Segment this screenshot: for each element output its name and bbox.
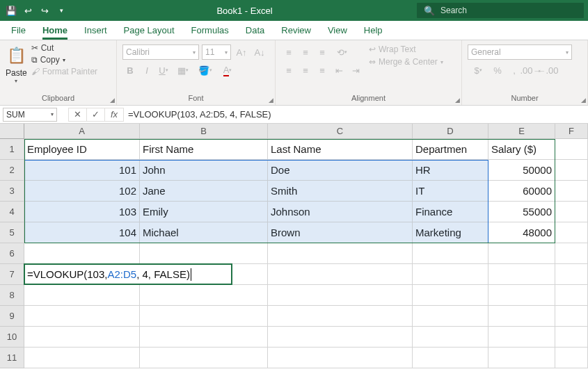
cell-E10[interactable] <box>488 327 555 348</box>
merge-center-button[interactable]: ⇔Merge & Center ▾ <box>369 57 443 67</box>
italic-button[interactable]: I <box>139 63 154 78</box>
row-header-8[interactable]: 8 <box>0 285 24 306</box>
cell-C5[interactable]: Brown <box>268 222 413 243</box>
font-launcher-icon[interactable]: ◢ <box>269 97 273 104</box>
cell-E3[interactable]: 60000 <box>488 181 555 202</box>
cell-E2[interactable]: 50000 <box>488 160 555 181</box>
underline-button[interactable]: U ▾ <box>156 63 171 78</box>
save-icon[interactable]: 💾 <box>6 5 17 16</box>
row-header-3[interactable]: 3 <box>0 181 24 202</box>
tab-formulas[interactable]: Formulas <box>191 25 229 40</box>
select-all-corner[interactable] <box>0 124 24 139</box>
number-launcher-icon[interactable]: ◢ <box>581 97 586 104</box>
percent-format-icon[interactable]: % <box>490 63 505 78</box>
cell-A7[interactable] <box>24 264 140 285</box>
cell-A2[interactable]: 101 <box>24 160 140 181</box>
cell-C2[interactable]: Doe <box>268 160 413 181</box>
tab-home[interactable]: Home <box>42 25 67 40</box>
row-header-9[interactable]: 9 <box>0 306 24 327</box>
tab-data[interactable]: Data <box>246 25 264 40</box>
wrap-text-button[interactable]: ↩Wrap Text <box>369 44 443 54</box>
row-header-7[interactable]: 7 <box>0 264 24 285</box>
cancel-formula-button[interactable]: ✕ <box>69 108 87 121</box>
insert-function-button[interactable]: fx <box>105 108 123 121</box>
cell-E4[interactable]: 55000 <box>488 202 555 222</box>
column-header-D[interactable]: D <box>413 124 488 139</box>
cell-A6[interactable] <box>24 243 140 264</box>
enter-formula-button[interactable]: ✓ <box>87 108 105 121</box>
row-header-4[interactable]: 4 <box>0 202 24 222</box>
cell-A1[interactable]: Employee ID <box>24 139 140 160</box>
align-right-icon[interactable]: ≡ <box>315 63 330 78</box>
cell-F11[interactable] <box>555 348 588 368</box>
cell-B8[interactable] <box>140 285 268 306</box>
cell-B9[interactable] <box>140 306 268 327</box>
row-header-5[interactable]: 5 <box>0 222 24 243</box>
tab-review[interactable]: Review <box>281 25 311 40</box>
undo-icon[interactable]: ↩ <box>22 5 33 16</box>
spreadsheet-grid[interactable]: ABCDEF1Employee IDFirst NameLast NameDep… <box>0 124 588 368</box>
increase-indent-icon[interactable]: ⇥ <box>348 63 363 78</box>
row-header-10[interactable]: 10 <box>0 327 24 348</box>
cell-D2[interactable]: HR <box>413 160 488 181</box>
formula-input[interactable]: =VLOOKUP(103, A2:D5, 4, FALSE) <box>124 109 588 120</box>
align-bottom-icon[interactable]: ≡ <box>315 44 330 60</box>
decrease-decimal-icon[interactable]: ←.00 <box>540 63 555 78</box>
tab-help[interactable]: Help <box>364 25 383 40</box>
decrease-indent-icon[interactable]: ⇤ <box>331 63 347 78</box>
decrease-font-icon[interactable]: A↓ <box>252 44 267 60</box>
cell-A3[interactable]: 102 <box>24 181 140 202</box>
cell-E11[interactable] <box>488 348 555 368</box>
cell-F3[interactable] <box>555 181 588 202</box>
cell-C6[interactable] <box>268 243 413 264</box>
cell-F5[interactable] <box>555 222 588 243</box>
cell-F1[interactable] <box>555 139 588 160</box>
paste-button[interactable]: 📋 Paste ▾ <box>6 43 27 92</box>
column-header-B[interactable]: B <box>140 124 268 139</box>
cell-F9[interactable] <box>555 306 588 327</box>
cell-D11[interactable] <box>413 348 488 368</box>
cell-E1[interactable]: Salary ($) <box>488 139 555 160</box>
number-format-combo[interactable]: General▾ <box>468 44 572 60</box>
tab-view[interactable]: View <box>328 25 347 40</box>
tab-file[interactable]: File <box>11 25 26 40</box>
column-header-E[interactable]: E <box>488 124 555 139</box>
cell-F8[interactable] <box>555 285 588 306</box>
column-header-A[interactable]: A <box>24 124 140 139</box>
cell-A9[interactable] <box>24 306 140 327</box>
cell-A8[interactable] <box>24 285 140 306</box>
cell-A10[interactable] <box>24 327 140 348</box>
cell-F10[interactable] <box>555 327 588 348</box>
copy-button[interactable]: ⧉Copy ▾ <box>31 55 97 65</box>
font-color-button[interactable]: A ▾ <box>217 63 238 78</box>
cut-button[interactable]: ✂Cut <box>31 43 97 53</box>
cell-B11[interactable] <box>140 348 268 368</box>
cell-A11[interactable] <box>24 348 140 368</box>
cell-D8[interactable] <box>413 285 488 306</box>
name-box[interactable]: SUM ▾ <box>3 108 57 122</box>
cell-F7[interactable] <box>555 264 588 285</box>
cell-D5[interactable]: Marketing <box>413 222 488 243</box>
cell-B1[interactable]: First Name <box>140 139 268 160</box>
cell-D7[interactable] <box>413 264 488 285</box>
tab-insert[interactable]: Insert <box>84 25 107 40</box>
cell-B3[interactable]: Jane <box>140 181 268 202</box>
cell-C10[interactable] <box>268 327 413 348</box>
cell-E6[interactable] <box>488 243 555 264</box>
format-painter-button[interactable]: 🖌Format Painter <box>31 67 97 76</box>
cell-D6[interactable] <box>413 243 488 264</box>
cell-B7[interactable] <box>140 264 268 285</box>
cell-C9[interactable] <box>268 306 413 327</box>
cell-F4[interactable] <box>555 202 588 222</box>
cell-C7[interactable] <box>268 264 413 285</box>
cell-B10[interactable] <box>140 327 268 348</box>
bold-button[interactable]: B <box>122 63 138 78</box>
cell-A5[interactable]: 104 <box>24 222 140 243</box>
cell-B6[interactable] <box>140 243 268 264</box>
align-left-icon[interactable]: ≡ <box>281 63 296 78</box>
fill-color-button[interactable]: 🪣 ▾ <box>195 63 216 78</box>
cell-B4[interactable]: Emily <box>140 202 268 222</box>
align-middle-icon[interactable]: ≡ <box>298 44 313 60</box>
cell-E5[interactable]: 48000 <box>488 222 555 243</box>
cell-C3[interactable]: Smith <box>268 181 413 202</box>
